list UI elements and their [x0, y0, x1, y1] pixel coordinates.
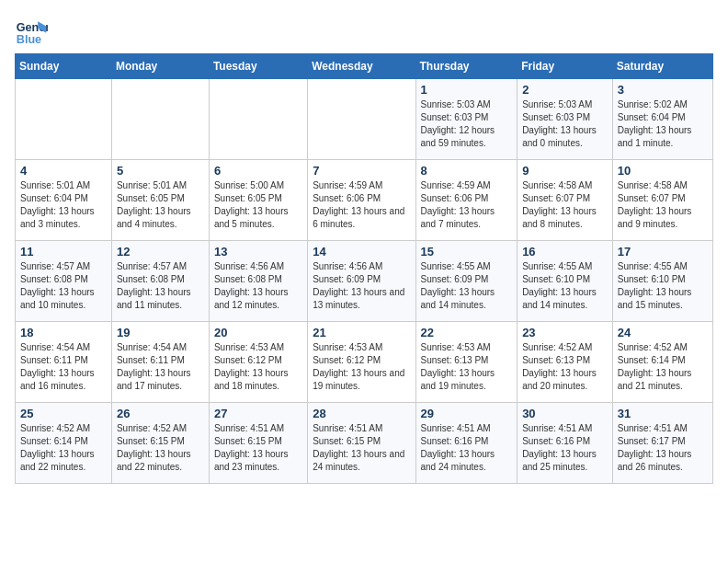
day-info: Sunrise: 4:55 AMSunset: 6:09 PMDaylight:…	[421, 260, 513, 312]
day-info: Sunrise: 4:51 AMSunset: 6:17 PMDaylight:…	[618, 422, 708, 474]
day-number: 17	[618, 245, 708, 259]
day-cell: 10Sunrise: 4:58 AMSunset: 6:07 PMDayligh…	[612, 160, 712, 241]
day-number: 18	[20, 326, 107, 339]
day-cell: 25Sunrise: 4:52 AMSunset: 6:14 PMDayligh…	[16, 403, 112, 484]
day-cell: 18Sunrise: 4:54 AMSunset: 6:11 PMDayligh…	[16, 322, 112, 403]
day-cell: 9Sunrise: 4:58 AMSunset: 6:07 PMDaylight…	[518, 160, 613, 241]
day-cell: 21Sunrise: 4:53 AMSunset: 6:12 PMDayligh…	[308, 322, 415, 403]
day-cell: 20Sunrise: 4:53 AMSunset: 6:12 PMDayligh…	[209, 322, 307, 403]
header: General Blue	[15, 15, 713, 48]
col-header-saturday: Saturday	[612, 54, 712, 79]
day-number: 29	[421, 407, 513, 420]
logo: General Blue	[15, 15, 51, 48]
day-number: 25	[20, 407, 107, 420]
day-info: Sunrise: 4:52 AMSunset: 6:13 PMDaylight:…	[522, 341, 608, 393]
day-info: Sunrise: 4:56 AMSunset: 6:09 PMDaylight:…	[313, 260, 410, 312]
day-number: 2	[522, 83, 608, 97]
day-info: Sunrise: 5:01 AMSunset: 6:05 PMDaylight:…	[117, 179, 204, 231]
day-number: 6	[214, 164, 302, 178]
header-row: SundayMondayTuesdayWednesdayThursdayFrid…	[16, 54, 713, 79]
day-cell: 17Sunrise: 4:55 AMSunset: 6:10 PMDayligh…	[612, 241, 712, 322]
day-number: 21	[313, 326, 410, 339]
day-info: Sunrise: 5:01 AMSunset: 6:04 PMDaylight:…	[20, 179, 107, 231]
day-number: 7	[313, 164, 410, 178]
day-cell: 8Sunrise: 4:59 AMSunset: 6:06 PMDaylight…	[415, 160, 518, 241]
week-row-1: 1Sunrise: 5:03 AMSunset: 6:03 PMDaylight…	[16, 79, 713, 160]
week-row-5: 25Sunrise: 4:52 AMSunset: 6:14 PMDayligh…	[16, 403, 713, 484]
day-info: Sunrise: 4:52 AMSunset: 6:14 PMDaylight:…	[618, 341, 708, 393]
day-info: Sunrise: 4:52 AMSunset: 6:14 PMDaylight:…	[20, 422, 107, 474]
day-cell: 26Sunrise: 4:52 AMSunset: 6:15 PMDayligh…	[111, 403, 209, 484]
day-info: Sunrise: 5:02 AMSunset: 6:04 PMDaylight:…	[618, 98, 708, 150]
day-info: Sunrise: 4:51 AMSunset: 6:15 PMDaylight:…	[313, 422, 410, 474]
day-info: Sunrise: 4:55 AMSunset: 6:10 PMDaylight:…	[618, 260, 708, 312]
col-header-thursday: Thursday	[415, 54, 518, 79]
day-info: Sunrise: 5:03 AMSunset: 6:03 PMDaylight:…	[522, 98, 608, 150]
week-row-2: 4Sunrise: 5:01 AMSunset: 6:04 PMDaylight…	[16, 160, 713, 241]
col-header-wednesday: Wednesday	[308, 54, 415, 79]
day-info: Sunrise: 4:53 AMSunset: 6:13 PMDaylight:…	[421, 341, 513, 393]
day-cell: 3Sunrise: 5:02 AMSunset: 6:04 PMDaylight…	[612, 79, 712, 160]
calendar-table: SundayMondayTuesdayWednesdayThursdayFrid…	[15, 53, 713, 484]
day-number: 12	[117, 245, 204, 259]
day-cell: 23Sunrise: 4:52 AMSunset: 6:13 PMDayligh…	[518, 322, 613, 403]
day-cell: 7Sunrise: 4:59 AMSunset: 6:06 PMDaylight…	[308, 160, 415, 241]
day-info: Sunrise: 4:54 AMSunset: 6:11 PMDaylight:…	[117, 341, 204, 393]
day-info: Sunrise: 4:53 AMSunset: 6:12 PMDaylight:…	[214, 341, 302, 393]
day-cell: 6Sunrise: 5:00 AMSunset: 6:05 PMDaylight…	[209, 160, 307, 241]
day-info: Sunrise: 4:59 AMSunset: 6:06 PMDaylight:…	[313, 179, 410, 231]
day-number: 23	[522, 326, 608, 339]
week-row-3: 11Sunrise: 4:57 AMSunset: 6:08 PMDayligh…	[16, 241, 713, 322]
day-number: 15	[421, 245, 513, 259]
day-cell: 19Sunrise: 4:54 AMSunset: 6:11 PMDayligh…	[111, 322, 209, 403]
day-number: 5	[117, 164, 204, 178]
day-cell: 1Sunrise: 5:03 AMSunset: 6:03 PMDaylight…	[415, 79, 518, 160]
day-number: 3	[618, 83, 708, 97]
day-cell: 12Sunrise: 4:57 AMSunset: 6:08 PMDayligh…	[111, 241, 209, 322]
day-number: 4	[20, 164, 107, 178]
day-number: 10	[618, 164, 708, 178]
day-number: 19	[117, 326, 204, 339]
day-cell	[209, 79, 307, 160]
day-cell: 5Sunrise: 5:01 AMSunset: 6:05 PMDaylight…	[111, 160, 209, 241]
day-cell: 30Sunrise: 4:51 AMSunset: 6:16 PMDayligh…	[518, 403, 613, 484]
day-number: 22	[421, 326, 513, 339]
col-header-sunday: Sunday	[16, 54, 112, 79]
col-header-tuesday: Tuesday	[209, 54, 307, 79]
day-number: 1	[421, 83, 513, 97]
day-number: 30	[522, 407, 608, 420]
day-cell	[111, 79, 209, 160]
day-info: Sunrise: 4:52 AMSunset: 6:15 PMDaylight:…	[117, 422, 204, 474]
day-cell: 4Sunrise: 5:01 AMSunset: 6:04 PMDaylight…	[16, 160, 112, 241]
day-number: 28	[313, 407, 410, 420]
day-cell: 29Sunrise: 4:51 AMSunset: 6:16 PMDayligh…	[415, 403, 518, 484]
day-info: Sunrise: 4:57 AMSunset: 6:08 PMDaylight:…	[117, 260, 204, 312]
day-cell: 24Sunrise: 4:52 AMSunset: 6:14 PMDayligh…	[612, 322, 712, 403]
day-info: Sunrise: 4:56 AMSunset: 6:08 PMDaylight:…	[214, 260, 302, 312]
day-info: Sunrise: 4:53 AMSunset: 6:12 PMDaylight:…	[313, 341, 410, 393]
day-number: 27	[214, 407, 302, 420]
day-number: 14	[313, 245, 410, 259]
day-info: Sunrise: 4:51 AMSunset: 6:16 PMDaylight:…	[421, 422, 513, 474]
day-info: Sunrise: 5:00 AMSunset: 6:05 PMDaylight:…	[214, 179, 302, 231]
day-number: 16	[522, 245, 608, 259]
day-number: 11	[20, 245, 107, 259]
day-number: 8	[421, 164, 513, 178]
day-cell: 27Sunrise: 4:51 AMSunset: 6:15 PMDayligh…	[209, 403, 307, 484]
day-cell	[16, 79, 112, 160]
day-cell: 16Sunrise: 4:55 AMSunset: 6:10 PMDayligh…	[518, 241, 613, 322]
day-cell: 14Sunrise: 4:56 AMSunset: 6:09 PMDayligh…	[308, 241, 415, 322]
day-cell: 11Sunrise: 4:57 AMSunset: 6:08 PMDayligh…	[16, 241, 112, 322]
day-info: Sunrise: 4:58 AMSunset: 6:07 PMDaylight:…	[618, 179, 708, 231]
day-cell: 31Sunrise: 4:51 AMSunset: 6:17 PMDayligh…	[612, 403, 712, 484]
day-number: 24	[618, 326, 708, 339]
col-header-monday: Monday	[111, 54, 209, 79]
day-info: Sunrise: 4:59 AMSunset: 6:06 PMDaylight:…	[421, 179, 513, 231]
day-info: Sunrise: 4:55 AMSunset: 6:10 PMDaylight:…	[522, 260, 608, 312]
day-number: 13	[214, 245, 302, 259]
day-info: Sunrise: 5:03 AMSunset: 6:03 PMDaylight:…	[421, 98, 513, 150]
day-info: Sunrise: 4:57 AMSunset: 6:08 PMDaylight:…	[20, 260, 107, 312]
day-number: 9	[522, 164, 608, 178]
day-info: Sunrise: 4:58 AMSunset: 6:07 PMDaylight:…	[522, 179, 608, 231]
day-cell	[308, 79, 415, 160]
